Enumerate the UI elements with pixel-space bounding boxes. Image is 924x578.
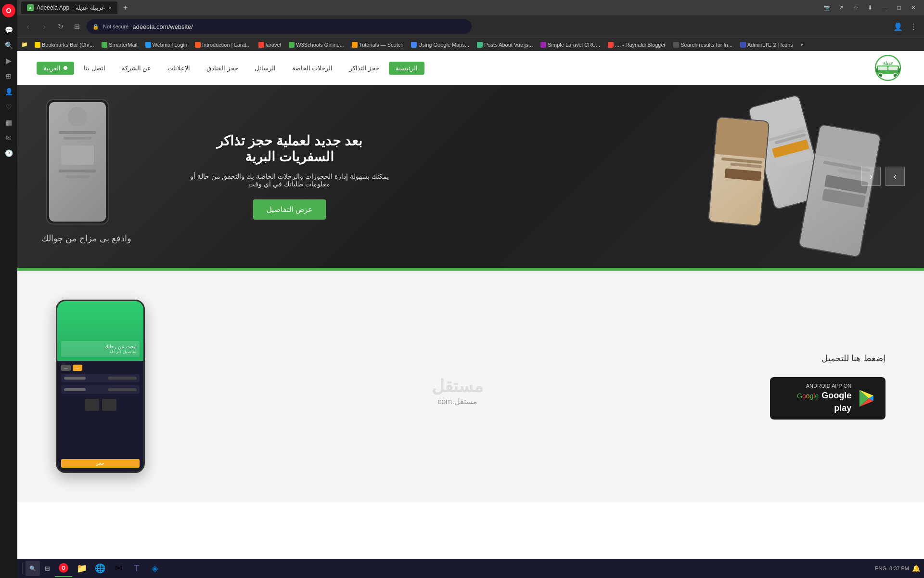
- address-bar[interactable]: 🔒 Not secure adeeela.com/website/: [87, 19, 472, 34]
- opera-logo-icon[interactable]: O: [2, 4, 15, 17]
- app-trip-item-1: [61, 374, 140, 382]
- bookmark-search[interactable]: Search results for In...: [670, 41, 735, 49]
- profile-btn[interactable]: 👤: [891, 20, 905, 33]
- nav-messages[interactable]: الرسائل: [248, 62, 282, 75]
- app-phone-mockup: إبحث عن رحلتك تفاصيل الرحلة — —: [56, 300, 145, 473]
- taskbar-right-area: ENG 8:37 PM 🔔: [875, 565, 920, 572]
- phones-container: [597, 90, 886, 263]
- close-btn[interactable]: ✕: [907, 1, 920, 14]
- site-logo: عديلة: [871, 55, 905, 81]
- taskbar-task-view[interactable]: ⊟: [41, 561, 54, 576]
- lock-icon: 🔒: [92, 24, 99, 30]
- google-play-label-top: ANDROID APP ON: [780, 383, 851, 389]
- svg-text:عديلة: عديلة: [883, 61, 893, 66]
- google-play-button[interactable]: ANDROID APP ON Google Google play: [770, 377, 886, 420]
- nav-ads[interactable]: الإعلانات: [161, 62, 197, 75]
- not-secure-label: Not secure: [103, 24, 128, 29]
- nav-book-tickets[interactable]: حجز التذاكر: [343, 62, 386, 75]
- bookmark-adminlte[interactable]: AdminLTE 2 | Icons: [737, 41, 796, 49]
- bookmark-scotch[interactable]: Tutorials — Scotch: [349, 41, 407, 49]
- taskbar-app-opera[interactable]: O: [55, 560, 72, 577]
- sidebar-grid-icon[interactable]: ⊞: [2, 69, 15, 83]
- sidebar-search-icon[interactable]: 🔍: [2, 39, 15, 52]
- app-phone-screen-bottom: — — حجز: [57, 361, 143, 472]
- hero-cta-button[interactable]: عرض التفاصيل: [253, 199, 326, 220]
- bookmark-w3schools[interactable]: W3Schools Online...: [286, 41, 347, 49]
- active-tab[interactable]: A Adeeela App – عربيلة عديلة ×: [21, 1, 117, 14]
- tab-close-btn[interactable]: ×: [109, 5, 112, 11]
- cast-btn[interactable]: 📷: [820, 1, 834, 14]
- app-bottom-icons: [61, 399, 140, 411]
- sidebar-heart-icon[interactable]: ♡: [2, 100, 15, 114]
- back-button[interactable]: ‹: [21, 20, 35, 33]
- hero-left-phone: [46, 99, 109, 224]
- sidebar-apps-icon[interactable]: ▦: [2, 116, 15, 129]
- hero-subtitle: يمكنك بسهولة إدارة الحجوزات والرحلات الخ…: [188, 172, 390, 188]
- nav-hotels[interactable]: حجز الفنادق: [200, 62, 245, 75]
- watermark-text: مستقل: [432, 376, 483, 396]
- url-text: adeeela.com/website/: [132, 23, 193, 30]
- refresh-button[interactable]: ↻: [54, 20, 67, 33]
- hero-phone-2: [708, 117, 770, 227]
- svg-rect-6: [876, 68, 878, 72]
- new-tab-button[interactable]: +: [119, 3, 131, 12]
- nav-about[interactable]: عن الشركة: [115, 62, 158, 75]
- svg-point-5: [893, 73, 897, 77]
- app-phone-tabs: — —: [61, 365, 140, 371]
- bookmark-webmail[interactable]: Webmail Login: [142, 41, 191, 49]
- language-button[interactable]: العربية: [37, 62, 74, 75]
- nav-contact[interactable]: اتصل بنا: [77, 62, 112, 75]
- address-bar-row: ‹ › ↻ ⊞ 🔒 Not secure adeeela.com/website…: [17, 15, 924, 38]
- bookmarks-label: 📁: [21, 41, 28, 48]
- download-text: إضغط هنا للتحميل: [821, 353, 886, 364]
- carousel-arrow-right[interactable]: ›: [886, 167, 905, 186]
- windows-taskbar: ⊞ 🔍 ⊟ O 📁 🌐 ✉ T ◈ ENG 8:37 PM 🔔: [0, 559, 924, 578]
- taskbar-notification[interactable]: 🔔: [912, 565, 920, 572]
- favorites-btn[interactable]: ☆: [849, 1, 862, 14]
- main-content: عديلة الرئيسية حجز التذاكر الرحلات الخاص…: [17, 51, 924, 559]
- bookmark-more[interactable]: »: [798, 41, 807, 49]
- app-download-area: إضغط هنا للتحميل ANDROID APP ON Google G…: [770, 353, 886, 420]
- taskbar-app-teams[interactable]: T: [128, 560, 145, 577]
- taskbar-cortana[interactable]: 🔍: [26, 561, 40, 576]
- sidebar-message-icon[interactable]: ✉: [2, 131, 15, 144]
- bookmark-laravel-intro[interactable]: Introduction | Larat...: [192, 41, 254, 49]
- tab-bar: A Adeeela App – عربيلة عديلة × + 📷 ↗ ☆ ⬇…: [17, 0, 924, 15]
- bookmark-laravel-crud[interactable]: Simple Laravel CRU...: [538, 41, 603, 49]
- sidebar-chat-icon[interactable]: 💬: [2, 23, 15, 37]
- forward-button[interactable]: ›: [38, 20, 51, 33]
- browser-chrome: A Adeeela App – عربيلة عديلة × + 📷 ↗ ☆ ⬇…: [17, 0, 924, 51]
- bookmarks-bar: 📁 Bookmarks Bar (Chr... SmarterMail Webm…: [17, 38, 924, 51]
- sidebar-people-icon[interactable]: 👤: [2, 85, 15, 98]
- taskbar-app-mail[interactable]: ✉: [110, 560, 127, 577]
- taskbar-time: 8:37 PM: [889, 565, 909, 571]
- svg-rect-3: [888, 66, 898, 70]
- lang-label: العربية: [43, 65, 61, 72]
- new-window-btn[interactable]: ↗: [834, 1, 848, 14]
- taskbar-app-vscode[interactable]: ◈: [146, 560, 164, 577]
- app-phone-search: إبحث عن رحلتك تفاصيل الرحلة: [61, 341, 140, 357]
- window-controls: 📷 ↗ ☆ ⬇ — □ ✕: [820, 1, 920, 14]
- google-play-label-bottom: Google Google play: [780, 389, 851, 414]
- taskbar-app-chrome[interactable]: 🌐: [91, 560, 109, 577]
- bookmark-laravel[interactable]: laravel: [256, 41, 284, 49]
- extensions-button[interactable]: ⊞: [70, 20, 84, 33]
- menu-btn[interactable]: ⋮: [907, 20, 920, 33]
- sidebar-video-icon[interactable]: ▶: [2, 54, 15, 67]
- watermark-sub: مستقل.com: [437, 397, 477, 406]
- bookmark-google-maps[interactable]: Using Google Maps...: [408, 41, 472, 49]
- bookmark-bar-folder[interactable]: Bookmarks Bar (Chr...: [32, 41, 97, 49]
- maximize-btn[interactable]: □: [892, 1, 906, 14]
- nav-home[interactable]: الرئيسية: [389, 62, 424, 75]
- carousel-arrow-left[interactable]: ‹: [861, 167, 881, 186]
- bookmark-vuejs[interactable]: Posts About Vue.js...: [474, 41, 536, 49]
- nav-private-trips[interactable]: الرحلات الخاصة: [285, 62, 340, 75]
- svg-rect-7: [898, 68, 900, 72]
- hero-section: وادفع بي مزاج من جوالك: [17, 85, 924, 268]
- bookmark-smartermail[interactable]: SmarterMail: [99, 41, 140, 49]
- taskbar-app-explorer[interactable]: 📁: [73, 560, 90, 577]
- bookmark-raynaldi[interactable]: ...l - Raynaldi Blogger: [605, 41, 668, 49]
- minimize-btn[interactable]: —: [878, 1, 891, 14]
- sidebar-history-icon[interactable]: 🕐: [2, 146, 15, 160]
- download-btn[interactable]: ⬇: [863, 1, 877, 14]
